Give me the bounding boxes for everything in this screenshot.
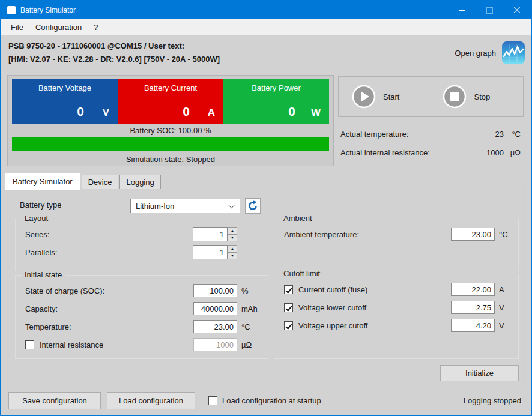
app-window: Battery Simulator File Configuration ? P…	[0, 0, 532, 416]
battery-power-tile: Battery Power 0 W	[223, 79, 329, 124]
capacity-label: Capacity:	[25, 304, 193, 313]
menu-configuration[interactable]: Configuration	[29, 19, 88, 35]
series-input[interactable]: 1	[193, 227, 228, 241]
battery-voltage-tile: Battery Voltage 0 V	[12, 79, 118, 124]
actual-resistance-label: Actual internal resistance:	[340, 148, 475, 157]
soc-label: State of charge (SOC):	[25, 286, 193, 295]
battery-power-unit: W	[295, 107, 321, 119]
minimize-button[interactable]	[448, 1, 476, 19]
tab-device[interactable]: Device	[82, 175, 119, 189]
ambient-temperature-input[interactable]: 23.00	[451, 228, 495, 241]
tab-strip: Battery Simulator Device Logging	[5, 173, 162, 189]
initial-state-group-title: Initial state	[22, 270, 65, 279]
internal-resistance-unit: µΩ	[237, 340, 264, 349]
tab-logging[interactable]: Logging	[119, 175, 160, 189]
temperature-label: Temperature:	[25, 322, 193, 331]
spin-up-icon[interactable]: ▲	[228, 227, 237, 235]
internal-resistance-input: 1000	[193, 338, 237, 351]
cutoff-limit-group: Cutoff limit Current cutoff (fuse) 22.00…	[274, 274, 519, 359]
parallels-row: Parallels: 1 ▲ ▼	[16, 243, 268, 261]
close-button[interactable]	[503, 1, 531, 19]
initial-state-group: Initial state State of charge (SOC): 100…	[15, 275, 268, 359]
titlebar: Battery Simulator	[1, 1, 531, 19]
save-configuration-button[interactable]: Save configuration	[8, 392, 101, 409]
voltage-lower-cutoff-checkbox[interactable]	[284, 303, 293, 312]
battery-type-label: Battery type	[20, 200, 61, 210]
voltage-upper-cutoff-row: Voltage upper cutoff 4.20 V	[274, 316, 518, 334]
simulation-state-label: Simulation state: Stopped	[8, 155, 333, 164]
series-stepper[interactable]: ▲ ▼	[228, 227, 237, 241]
open-graph-button[interactable]	[502, 41, 525, 64]
parallels-stepper[interactable]: ▲ ▼	[228, 245, 237, 259]
battery-voltage-label: Battery Voltage	[12, 79, 118, 92]
voltage-upper-cutoff-input[interactable]: 4.20	[451, 319, 495, 332]
capacity-row: Capacity: 40000.00 mAh	[16, 300, 268, 318]
battery-voltage-value: 0	[77, 104, 84, 119]
series-label: Series:	[25, 230, 193, 239]
series-row: Series: 1 ▲ ▼	[16, 225, 268, 243]
parallels-label: Parallels:	[25, 248, 193, 257]
load-configuration-button[interactable]: Load configuration	[107, 392, 195, 409]
load-at-startup-checkbox[interactable]	[208, 396, 217, 405]
temperature-input[interactable]: 23.00	[193, 320, 237, 333]
battery-power-value: 0	[288, 104, 295, 119]
current-cutoff-input[interactable]: 22.00	[451, 283, 495, 296]
ambient-temperature-label: Ambient temperature:	[284, 230, 451, 239]
menu-help[interactable]: ?	[88, 19, 104, 35]
battery-voltage-unit: V	[84, 107, 109, 119]
maximize-button[interactable]	[476, 1, 503, 19]
voltage-lower-cutoff-label: Voltage lower cutoff	[293, 303, 451, 312]
initialize-button[interactable]: Initialize	[440, 365, 519, 381]
battery-current-value: 0	[183, 104, 190, 119]
ambient-group-title: Ambient	[280, 214, 315, 223]
ambient-temperature-unit: °C	[495, 230, 515, 239]
stop-label: Stop	[474, 92, 490, 101]
logging-status: Logging stopped	[464, 396, 521, 405]
start-label: Start	[383, 92, 399, 101]
voltage-lower-cutoff-row: Voltage lower cutoff 2.75 V	[274, 298, 518, 316]
refresh-battery-type-button[interactable]	[245, 198, 261, 214]
start-button[interactable]: Start	[352, 85, 399, 109]
capacity-unit: mAh	[237, 304, 264, 313]
voltage-lower-cutoff-input[interactable]: 2.75	[451, 301, 495, 314]
spin-down-icon[interactable]: ▼	[228, 235, 237, 242]
tab-battery-simulator[interactable]: Battery Simulator	[5, 173, 80, 190]
parallels-input[interactable]: 1	[193, 245, 228, 259]
cutoff-limit-group-title: Cutoff limit	[280, 269, 323, 278]
voltage-upper-cutoff-unit: V	[495, 321, 515, 330]
temperature-unit: °C	[237, 322, 264, 331]
stop-icon	[443, 85, 467, 109]
graph-waveform-icon	[502, 41, 525, 64]
battery-type-select[interactable]: Lithium-Ion	[130, 199, 240, 213]
load-at-startup-label: Load configuration at startup	[222, 396, 321, 405]
play-icon	[352, 85, 376, 109]
open-graph-label: Open graph	[455, 49, 496, 58]
menubar: File Configuration ?	[1, 19, 531, 35]
internal-resistance-row: Internal resistance 1000 µΩ	[16, 336, 268, 354]
actual-temperature-value: 23	[475, 130, 504, 139]
internal-resistance-checkbox[interactable]	[25, 340, 34, 349]
soc-progress-bar	[12, 137, 329, 151]
voltage-upper-cutoff-checkbox[interactable]	[284, 321, 293, 330]
refresh-icon	[247, 200, 258, 211]
battery-current-label: Battery Current	[118, 79, 223, 92]
current-cutoff-unit: A	[495, 285, 515, 294]
ambient-temperature-row: Ambient temperature: 23.00 °C	[274, 225, 518, 243]
maximize-icon	[486, 7, 493, 14]
device-info-bar: PSB 9750-20 - 1711060001 @COM15 / User t…	[1, 35, 531, 70]
actual-temperature-label: Actual temperature:	[340, 130, 475, 139]
menu-file[interactable]: File	[5, 19, 29, 35]
battery-type-value: Lithium-Ion	[136, 202, 174, 211]
stop-button[interactable]: Stop	[443, 85, 490, 109]
spin-up-icon[interactable]: ▲	[228, 245, 237, 253]
current-cutoff-checkbox[interactable]	[284, 285, 293, 294]
actual-resistance-value: 1000	[475, 148, 504, 157]
capacity-input[interactable]: 40000.00	[193, 302, 237, 315]
spin-down-icon[interactable]: ▼	[228, 253, 237, 260]
minimize-icon	[459, 10, 465, 11]
voltage-lower-cutoff-unit: V	[495, 303, 515, 312]
soc-input[interactable]: 100.00	[193, 284, 237, 297]
start-stop-panel: Start Stop	[338, 76, 524, 117]
battery-current-unit: A	[190, 107, 215, 119]
check-icon	[285, 322, 292, 329]
